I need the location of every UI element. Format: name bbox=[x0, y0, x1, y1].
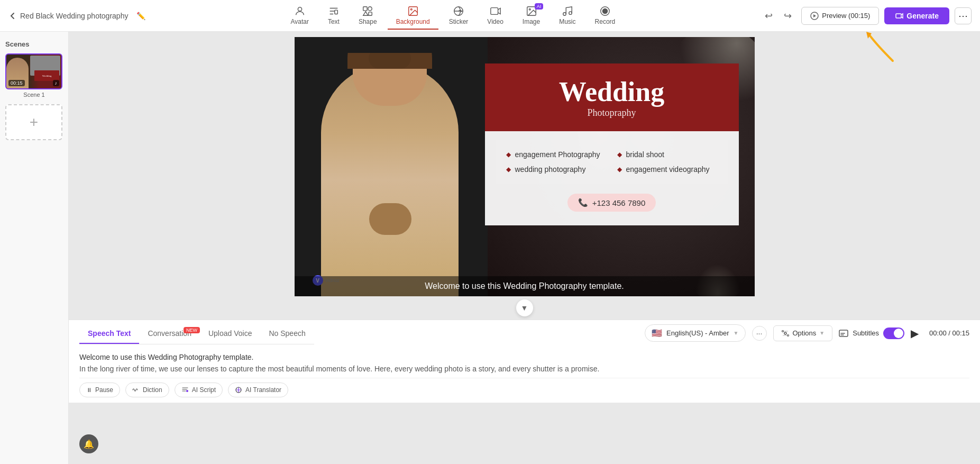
left-sidebar: Scenes Wedding 00:15 ♪ Scene 1 + bbox=[0, 32, 69, 464]
services-area: ◆ engagement Photography ◆ bridal shoot … bbox=[485, 131, 739, 225]
wedding-title: Wedding bbox=[501, 76, 723, 107]
phone-box: 📞 +123 456 7890 bbox=[567, 194, 656, 212]
speech-tabs: Speech Text Conversation NEW Upload Voic… bbox=[79, 322, 314, 344]
scene-time: 00:15 bbox=[8, 80, 25, 86]
record-icon bbox=[599, 5, 611, 17]
ai-translator-icon bbox=[235, 386, 242, 394]
back-button[interactable]: Red Black Wedding photography bbox=[8, 12, 128, 20]
undo-redo-group: ↩ ↪ bbox=[760, 7, 796, 24]
project-title: Red Black Wedding photography bbox=[20, 12, 128, 20]
svg-point-3 bbox=[368, 6, 372, 10]
phone-area: 📞 +123 456 7890 bbox=[496, 188, 728, 217]
options-button[interactable]: Options ▼ bbox=[773, 325, 833, 341]
toolbar-item-text[interactable]: Text bbox=[319, 2, 348, 30]
svg-rect-2 bbox=[363, 6, 367, 10]
caption-bar: Welcome to use this Wedding Photography … bbox=[295, 276, 755, 296]
svg-rect-4 bbox=[369, 12, 372, 15]
presenter-body bbox=[321, 63, 459, 296]
ai-translator-button[interactable]: AI Translator bbox=[228, 383, 288, 397]
tab-speech-text[interactable]: Speech Text bbox=[79, 324, 139, 344]
text-icon bbox=[328, 5, 340, 17]
canvas-wrapper: V Vidnoz Wedding Photopraphy ◆ bbox=[295, 37, 755, 296]
content-box: Wedding Photopraphy ◆ engagement Photogr… bbox=[485, 63, 739, 225]
svg-point-17 bbox=[784, 332, 786, 334]
preview-button[interactable]: Preview (00:15) bbox=[801, 7, 879, 25]
speech-line-2: In the long river of time, we use our le… bbox=[79, 363, 969, 375]
options-icon bbox=[781, 329, 790, 338]
generate-button[interactable]: Generate bbox=[884, 7, 949, 24]
toolbar-item-image[interactable]: AI Image bbox=[514, 2, 548, 30]
time-display: 00:00 / 00:15 bbox=[929, 329, 969, 337]
speech-text-area: Welcome to use this Wedding Photography … bbox=[79, 346, 969, 378]
toolbar-right: ↩ ↪ Preview (00:15) Generate ⋯ bbox=[760, 7, 972, 25]
add-scene-button[interactable]: + bbox=[5, 104, 62, 140]
svg-point-0 bbox=[298, 7, 301, 11]
belt-area bbox=[369, 203, 411, 235]
service-item-3: ◆ wedding photography bbox=[506, 165, 607, 174]
language-selector[interactable]: 🇺🇸 English(US) - Amber ▼ bbox=[645, 324, 745, 342]
back-icon bbox=[8, 12, 17, 20]
svg-point-21 bbox=[186, 390, 188, 392]
diamond-3: ◆ bbox=[506, 166, 511, 173]
redo-button[interactable]: ↪ bbox=[779, 7, 796, 24]
music-icon bbox=[562, 5, 573, 17]
more-options-button[interactable]: ⋯ bbox=[955, 7, 972, 24]
music-indicator: ♪ bbox=[53, 80, 60, 86]
bottom-action-bar: ⏸ Pause Diction AI Script bbox=[79, 378, 969, 403]
speech-controls: 🇺🇸 English(US) - Amber ▼ ··· Options bbox=[645, 320, 969, 346]
generate-icon bbox=[895, 12, 903, 20]
language-more-button[interactable]: ··· bbox=[752, 326, 767, 341]
services-grid: ◆ engagement Photography ◆ bridal shoot … bbox=[496, 140, 728, 184]
diamond-1: ◆ bbox=[506, 151, 511, 158]
top-bar: Red Black Wedding photography ✏️ Avatar … bbox=[0, 0, 980, 32]
toolbar-item-avatar[interactable]: Avatar bbox=[282, 2, 317, 30]
toolbar-item-sticker[interactable]: Sticker bbox=[441, 2, 477, 30]
language-name: English(US) - Amber bbox=[666, 329, 729, 337]
background-icon bbox=[407, 5, 419, 17]
new-badge: NEW bbox=[184, 327, 200, 333]
tab-no-speech[interactable]: No Speech bbox=[260, 324, 314, 344]
service-item-1: ◆ engagement Photography bbox=[506, 150, 607, 159]
subtitles-control: Subtitles bbox=[839, 327, 904, 339]
tabs-row: Speech Text Conversation NEW Upload Voic… bbox=[79, 320, 969, 346]
video-icon bbox=[490, 5, 501, 17]
head bbox=[353, 53, 427, 106]
toolbar-icons: Avatar Text Shape Background bbox=[145, 2, 760, 30]
collapse-panel-button[interactable]: ▼ bbox=[516, 299, 533, 316]
toolbar-item-video[interactable]: Video bbox=[479, 2, 511, 30]
diamond-4: ◆ bbox=[617, 166, 622, 173]
phone-icon: 📞 bbox=[578, 198, 588, 207]
toolbar-item-shape[interactable]: Shape bbox=[350, 2, 386, 30]
main-layout: Scenes Wedding 00:15 ♪ Scene 1 + bbox=[0, 32, 980, 464]
diction-icon bbox=[132, 386, 140, 394]
scene-1-label: Scene 1 bbox=[5, 92, 63, 98]
toolbar-item-background[interactable]: Background bbox=[388, 2, 438, 30]
svg-point-11 bbox=[563, 12, 566, 15]
preview-icon bbox=[810, 12, 819, 20]
face-features bbox=[369, 53, 411, 69]
undo-button[interactable]: ↩ bbox=[760, 7, 777, 24]
scene-1-thumbnail[interactable]: Wedding 00:15 ♪ bbox=[5, 53, 62, 89]
language-flag: 🇺🇸 bbox=[652, 328, 662, 338]
diamond-2: ◆ bbox=[617, 151, 622, 158]
toolbar-item-music[interactable]: Music bbox=[551, 2, 584, 30]
toolbar-item-record[interactable]: Record bbox=[587, 2, 624, 30]
speech-line-1: Welcome to use this Wedding Photography … bbox=[79, 351, 969, 363]
ai-script-button[interactable]: AI Script bbox=[175, 383, 223, 397]
wedding-subtitle: Photopraphy bbox=[501, 107, 723, 119]
tab-conversation[interactable]: Conversation NEW bbox=[139, 324, 200, 344]
service-item-4: ◆ engagement videography bbox=[617, 165, 718, 174]
phone-number: +123 456 7890 bbox=[592, 198, 646, 207]
tab-upload-voice[interactable]: Upload Voice bbox=[200, 324, 261, 344]
canvas: V Vidnoz Wedding Photopraphy ◆ bbox=[295, 37, 755, 296]
play-button[interactable]: ▶ bbox=[911, 327, 919, 340]
pause-button[interactable]: ⏸ Pause bbox=[79, 383, 120, 397]
edit-title-icon[interactable]: ✏️ bbox=[136, 12, 145, 20]
notification-bell[interactable]: 🔔 bbox=[79, 434, 98, 453]
diction-button[interactable]: Diction bbox=[125, 383, 169, 397]
ai-script-icon bbox=[181, 386, 189, 394]
bottom-panel: Speech Text Conversation NEW Upload Voic… bbox=[69, 320, 980, 403]
bell-icon: 🔔 bbox=[84, 439, 94, 449]
subtitles-toggle[interactable] bbox=[883, 327, 904, 339]
scenes-label: Scenes bbox=[5, 40, 63, 48]
